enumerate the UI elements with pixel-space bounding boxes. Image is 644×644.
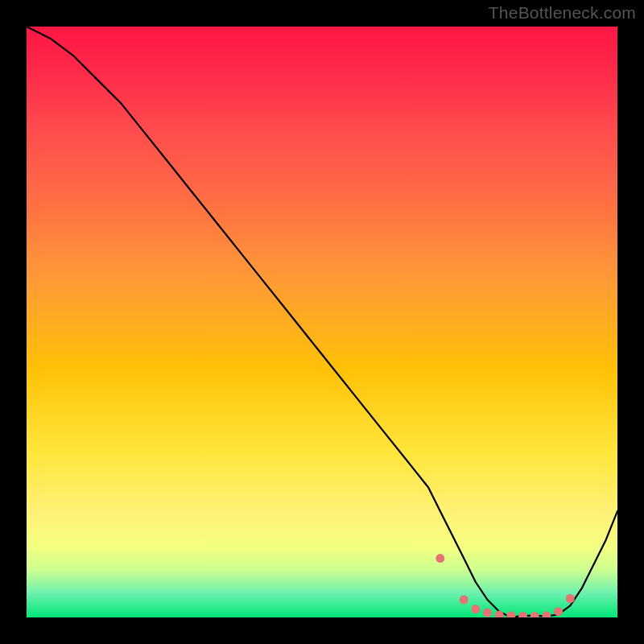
bottleneck-curve-path bbox=[27, 27, 617, 617]
highlight-point bbox=[506, 611, 515, 617]
highlight-point bbox=[554, 607, 563, 616]
highlight-point bbox=[518, 612, 527, 617]
highlight-point bbox=[542, 611, 551, 617]
highlight-point bbox=[495, 611, 504, 617]
highlight-point bbox=[471, 605, 480, 613]
marker-group bbox=[436, 554, 575, 617]
highlight-point bbox=[530, 612, 539, 617]
watermark-text: TheBottleneck.com bbox=[489, 3, 636, 23]
highlight-point bbox=[483, 609, 492, 617]
chart-svg bbox=[27, 27, 617, 617]
highlight-point bbox=[566, 594, 575, 603]
highlight-point bbox=[436, 554, 444, 563]
plot-area bbox=[27, 27, 617, 617]
chart-frame: TheBottleneck.com bbox=[0, 0, 644, 644]
highlight-point bbox=[460, 596, 469, 605]
